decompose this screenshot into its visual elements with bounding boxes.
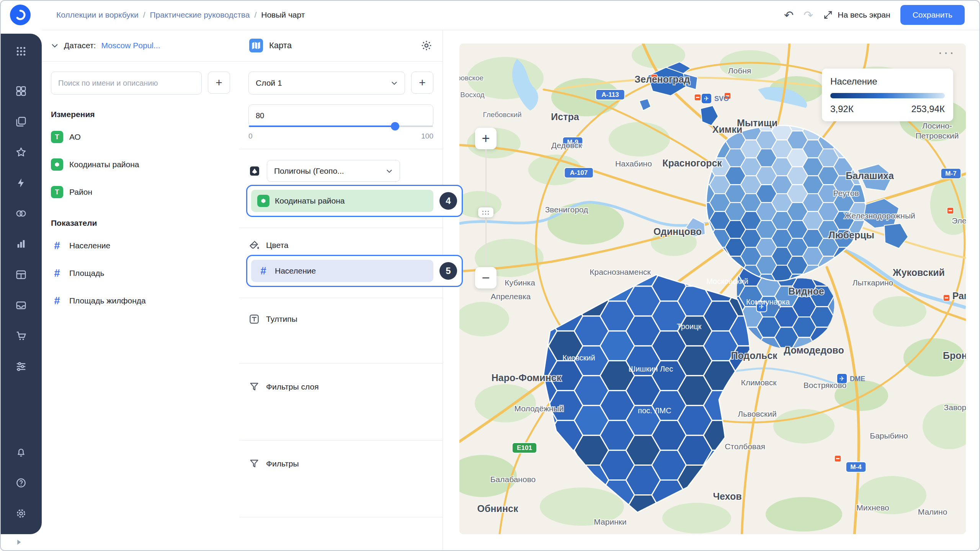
opacity-value-box[interactable]: 80: [248, 104, 433, 127]
legend-min: 3,92К: [830, 104, 854, 114]
favorites-icon[interactable]: [10, 142, 32, 163]
filters-section-label: Фильтры: [266, 459, 299, 468]
map-label: Лыткарино: [853, 278, 893, 287]
notifications-bell-icon[interactable]: [10, 442, 32, 463]
chart-type-title: Карта: [269, 41, 292, 51]
map-label: ровское: [459, 74, 483, 82]
field-row[interactable]: Коодинаты района: [42, 153, 239, 176]
colors-field-pill[interactable]: # Население: [251, 260, 433, 282]
add-field-button[interactable]: +: [208, 72, 230, 94]
group-title: Измерения: [51, 110, 239, 119]
zoom-out-button[interactable]: −: [475, 267, 497, 289]
zoom-in-button[interactable]: +: [475, 128, 497, 149]
search-input[interactable]: [51, 72, 202, 95]
measure-hash-icon: #: [51, 267, 63, 279]
map-label: Обнинск: [477, 503, 518, 514]
layer-select-value: Слой 1: [256, 78, 282, 88]
chevron-down-icon[interactable]: [51, 42, 59, 49]
datasets-icon[interactable]: [10, 264, 32, 285]
map-label: Домодедово: [784, 345, 844, 355]
colors-section-header[interactable]: Цвета: [248, 240, 433, 251]
opacity-slider-handle[interactable]: [391, 122, 399, 130]
tooltip-icon: [248, 313, 260, 325]
measure-hash-icon: #: [257, 265, 270, 277]
expand-icon: [823, 10, 833, 20]
dataset-name-link[interactable]: Moscow Popul...: [101, 41, 160, 50]
datalens-logo-icon[interactable]: [10, 5, 31, 25]
dashboards-icon[interactable]: [10, 80, 32, 102]
field-row[interactable]: #Площадь жилфонда: [42, 290, 239, 312]
zoom-slider-handle[interactable]: [478, 207, 493, 217]
map-label: Львовский: [738, 409, 776, 418]
layer-select[interactable]: Слой 1: [248, 72, 405, 95]
redo-icon[interactable]: ↷: [804, 8, 813, 22]
map-legend: Население 3,92К 253,94К: [822, 68, 953, 121]
field-row[interactable]: #Площадь: [42, 262, 239, 284]
drag-dots-icon: [482, 210, 490, 215]
field-row[interactable]: ТРайон: [42, 181, 239, 203]
map-label: пос. ЛМС: [638, 406, 671, 415]
map-label: Мытищи: [737, 117, 777, 128]
map-label: Чехов: [713, 491, 742, 502]
field-row[interactable]: #Население: [42, 235, 239, 257]
collections-icon[interactable]: [10, 111, 32, 132]
svg-text:Е101: Е101: [517, 444, 532, 452]
field-row[interactable]: ТАО: [42, 126, 239, 148]
airport-code: DME: [850, 375, 865, 383]
tooltips-section-header[interactable]: Тултипы: [248, 313, 433, 325]
dataset-panel: Датасет: Moscow Popul... + ИзмеренияТАОК…: [42, 30, 240, 551]
gear-icon[interactable]: [10, 503, 32, 524]
undo-icon[interactable]: ↶: [784, 8, 794, 22]
settings-sliders-icon[interactable]: [10, 356, 32, 377]
save-button[interactable]: Сохранить: [900, 5, 965, 25]
paint-bucket-icon: [248, 240, 260, 251]
left-nav: [0, 0, 42, 551]
text-field-icon: Т: [51, 131, 63, 143]
map-canvas[interactable]: А-113М-9А-107М-7Е101М-4 ✈SVO✈DME✈ZIA ров…: [459, 44, 966, 534]
layer-filters-section-header[interactable]: Фильтры слоя: [248, 381, 433, 393]
funnel-icon: [248, 381, 260, 393]
map-label: Балашиха: [846, 170, 894, 181]
breadcrumb-separator: /: [254, 10, 256, 20]
apps-menu-icon[interactable]: [10, 41, 32, 62]
breadcrumb-workbook[interactable]: Практические руководства: [150, 10, 250, 20]
geotype-select[interactable]: Полигоны (Геопо...: [267, 160, 400, 182]
map-label: Восход: [460, 91, 484, 99]
dataset-header[interactable]: Датасет: Moscow Popul...: [42, 30, 239, 62]
breadcrumb: Коллекции и воркбуки / Практические руко…: [56, 10, 305, 20]
opacity-value: 80: [256, 111, 264, 120]
legend-gradient-bar: [830, 93, 945, 98]
chart-settings-gear-icon[interactable]: [420, 39, 433, 52]
step-badge-5: 5: [439, 262, 457, 280]
geopolygon-field-icon: [257, 195, 270, 207]
map-menu-icon[interactable]: ···: [938, 44, 955, 60]
connections-icon[interactable]: [10, 295, 32, 316]
map-region: А-113М-9А-107М-7Е101М-4 ✈SVO✈DME✈ZIA ров…: [443, 30, 980, 551]
services-icon[interactable]: [10, 203, 32, 224]
polygon-layer-icon: [248, 165, 261, 177]
charts-icon[interactable]: [10, 233, 32, 255]
dataset-label: Датасет:: [64, 41, 96, 50]
field-label: Население: [69, 241, 110, 250]
breadcrumb-collections[interactable]: Коллекции и воркбуки: [56, 10, 139, 20]
map-label: Климовск: [741, 378, 777, 387]
fullscreen-button[interactable]: На весь экран: [823, 10, 890, 20]
geolayer-type-row: Полигоны (Геопо...: [248, 160, 433, 182]
text-field-icon: Т: [51, 186, 63, 198]
map-label: Одинцово: [653, 226, 702, 237]
layer-opacity-control: 80 0 100: [239, 95, 443, 149]
expand-nav-icon[interactable]: [15, 538, 23, 548]
top-header: Коллекции и воркбуки / Практические руко…: [42, 0, 980, 30]
geopolygon-field-pill[interactable]: Коодинаты района: [251, 190, 433, 212]
filters-section-header[interactable]: Фильтры: [248, 458, 433, 469]
geotype-select-value: Полигоны (Геопо...: [274, 166, 344, 176]
opacity-max-label: 100: [421, 132, 433, 140]
editor-bolt-icon[interactable]: [10, 172, 32, 194]
map-label: Дедовск: [551, 141, 582, 150]
geopolygon-field-label: Коодинаты района: [275, 196, 345, 205]
breadcrumb-current: Новый чарт: [261, 10, 305, 20]
help-icon[interactable]: [10, 472, 32, 494]
marketplace-cart-icon[interactable]: [10, 325, 32, 347]
add-layer-button[interactable]: +: [411, 72, 433, 94]
field-label: Площадь: [69, 269, 104, 278]
